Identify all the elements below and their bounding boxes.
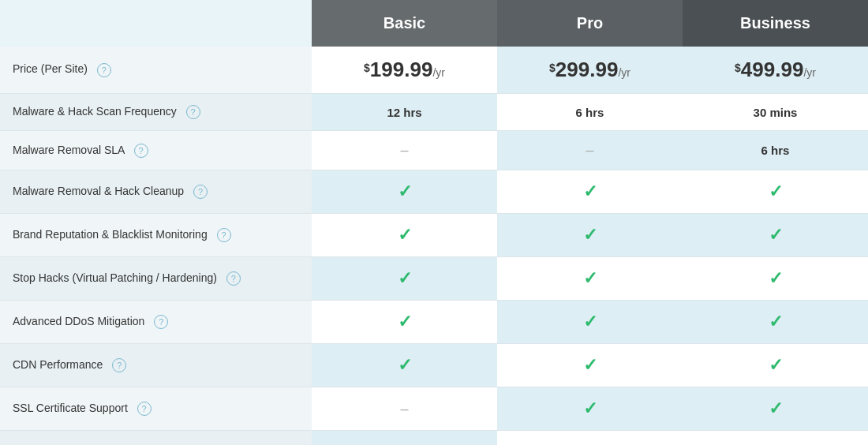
dash-icon: – (400, 142, 408, 158)
check-icon: ✓ (583, 312, 597, 331)
feature-label: Price (Per Site) (13, 62, 88, 75)
basic-value: 12 hrs (312, 94, 497, 131)
business-value: ✓ (683, 344, 868, 387)
check-icon: ✓ (583, 398, 597, 418)
basic-value: ✓ (312, 431, 497, 445)
check-icon: ✓ (769, 355, 783, 375)
info-icon[interactable]: ? (217, 228, 231, 242)
basic-value: – (312, 387, 497, 431)
feature-cell: SSL Certificate Support ? (0, 387, 312, 431)
basic-value: – (312, 131, 497, 170)
business-value: $499.99/yr (683, 47, 868, 94)
check-icon: ✓ (398, 355, 412, 375)
pro-value: – (497, 131, 683, 170)
feature-cell: Price (Per Site) ? (0, 47, 312, 94)
check-icon: ✓ (769, 442, 783, 445)
info-icon[interactable]: ? (226, 271, 241, 286)
feature-cell: Stop Hacks (Virtual Patching / Hardening… (0, 257, 312, 301)
table-row: CDN Performance ?✓✓✓ (0, 344, 868, 387)
pro-value: ✓ (497, 257, 683, 301)
table-row: Stop Hacks (Virtual Patching / Hardening… (0, 257, 868, 301)
feature-cell: Brand Reputation & Blacklist Monitoring … (0, 214, 312, 257)
table-row: Advanced DDoS Mitigation ?✓✓✓ (0, 301, 868, 344)
pro-value: ✓ (497, 170, 683, 214)
pro-value: ✓ (497, 344, 683, 387)
check-icon: ✓ (583, 225, 597, 245)
basic-value: ✓ (312, 257, 497, 301)
check-icon: ✓ (769, 181, 783, 201)
check-icon: ✓ (769, 398, 783, 418)
pro-header: Pro (497, 0, 683, 47)
feature-label: Malware & Hack Scan Frequency (13, 105, 177, 118)
business-value: ✓ (683, 214, 868, 257)
basic-value: ✓ (312, 170, 497, 214)
pro-value: $299.99/yr (497, 47, 683, 94)
check-icon: ✓ (769, 225, 783, 245)
info-icon[interactable]: ? (154, 315, 168, 329)
check-icon: ✓ (769, 312, 783, 331)
table-row: Firewall – HTTPS & PCI Compliant ?✓✓✓ (0, 431, 868, 445)
check-icon: ✓ (583, 268, 597, 288)
table-row: Brand Reputation & Blacklist Monitoring … (0, 214, 868, 257)
feature-label: Malware Removal SLA (13, 144, 125, 156)
feature-cell: Advanced DDoS Mitigation ? (0, 301, 312, 344)
check-icon: ✓ (398, 268, 412, 288)
business-value: 6 hrs (683, 131, 868, 170)
pricing-table: Basic Pro Business Price (Per Site) ?$19… (0, 0, 868, 445)
dash-icon: – (400, 401, 408, 417)
business-value: ✓ (683, 301, 868, 344)
check-icon: ✓ (398, 225, 412, 245)
business-value: ✓ (683, 387, 868, 431)
info-icon[interactable]: ? (193, 185, 208, 199)
business-value: ✓ (683, 170, 868, 214)
feature-cell: Malware & Hack Scan Frequency ? (0, 94, 312, 131)
basic-value: $199.99/yr (312, 47, 497, 94)
business-value: ✓ (683, 431, 868, 445)
check-icon: ✓ (583, 355, 597, 375)
check-icon: ✓ (769, 268, 783, 288)
info-icon[interactable]: ? (112, 358, 126, 372)
pro-value: ✓ (497, 301, 683, 344)
pro-value: ✓ (497, 214, 683, 257)
feature-label: Malware Removal & Hack Cleanup (13, 185, 184, 197)
business-value: ✓ (683, 257, 868, 301)
check-icon: ✓ (398, 442, 412, 445)
feature-cell: Firewall – HTTPS & PCI Compliant ? (0, 431, 312, 445)
table-row: Malware & Hack Scan Frequency ?12 hrs6 h… (0, 94, 868, 131)
check-icon: ✓ (398, 181, 412, 201)
pro-value: ✓ (497, 431, 683, 445)
basic-header: Basic (312, 0, 497, 47)
feature-label: Stop Hacks (Virtual Patching / Hardening… (13, 271, 217, 284)
table-row: Malware Removal & Hack Cleanup ?✓✓✓ (0, 170, 868, 214)
info-icon[interactable]: ? (137, 402, 152, 416)
check-icon: ✓ (583, 181, 597, 201)
feature-header (0, 0, 312, 47)
table-row: Price (Per Site) ?$199.99/yr$299.99/yr$4… (0, 47, 868, 94)
feature-cell: CDN Performance ? (0, 344, 312, 387)
pro-value: ✓ (497, 387, 683, 431)
feature-label: Advanced DDoS Mitigation (13, 315, 144, 327)
info-icon[interactable]: ? (97, 63, 111, 77)
table-row: Malware Removal SLA ?––6 hrs (0, 131, 868, 170)
feature-cell: Malware Removal & Hack Cleanup ? (0, 170, 312, 214)
feature-cell: Malware Removal SLA ? (0, 131, 312, 170)
business-value: 30 mins (683, 94, 868, 131)
table-row: SSL Certificate Support ?–✓✓ (0, 387, 868, 431)
feature-label: Brand Reputation & Blacklist Monitoring (13, 228, 208, 241)
info-icon[interactable]: ? (134, 144, 148, 158)
dash-icon: – (586, 142, 593, 158)
basic-value: ✓ (312, 214, 497, 257)
basic-value: ✓ (312, 301, 497, 344)
info-icon[interactable]: ? (186, 105, 200, 119)
basic-value: ✓ (312, 344, 497, 387)
feature-label: CDN Performance (13, 358, 103, 371)
check-icon: ✓ (583, 442, 597, 445)
check-icon: ✓ (398, 312, 412, 331)
feature-label: SSL Certificate Support (13, 402, 128, 414)
pro-value: 6 hrs (497, 94, 683, 131)
business-header: Business (683, 0, 868, 47)
